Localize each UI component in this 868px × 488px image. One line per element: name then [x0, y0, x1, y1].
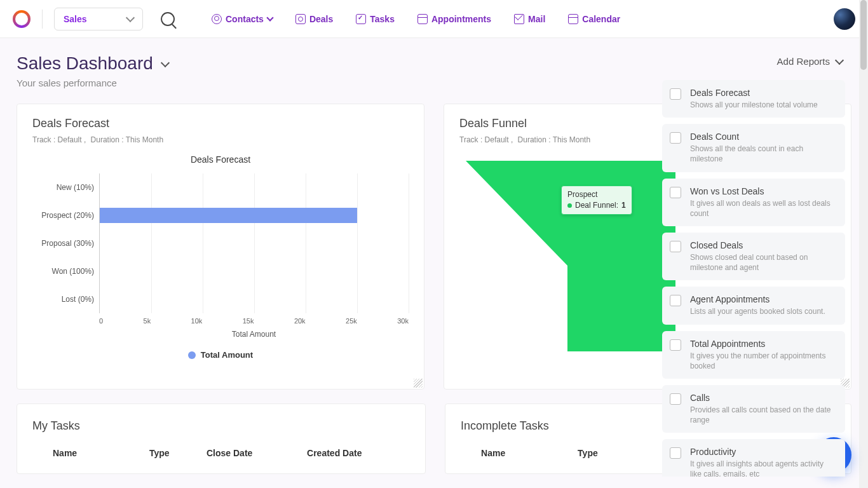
module-selector-label: Sales	[64, 14, 87, 24]
bar-area	[99, 285, 409, 313]
report-title: Won vs Lost Deals	[690, 186, 836, 196]
forecast-chart: Deals Forecast New (10%)Prospect (20%)Pr…	[32, 154, 409, 366]
chart-row: Lost (0%)	[32, 285, 409, 313]
mail-icon	[514, 14, 524, 24]
divider	[42, 10, 43, 29]
table-header: Name Type Close Date Created Date	[32, 448, 410, 458]
nav-label: Calendar	[582, 14, 620, 24]
x-tick-label: 30k	[397, 317, 409, 325]
user-avatar[interactable]	[834, 8, 855, 30]
chart-row: Won (100%)	[32, 257, 409, 285]
report-option[interactable]: Total AppointmentsIt gives you the numbe…	[662, 331, 845, 379]
page-title-text: Sales Dashboard	[17, 53, 153, 74]
report-desc: Lists all your agents booked slots count…	[690, 306, 836, 316]
contacts-icon	[212, 14, 222, 24]
report-desc: It gives you the number of appointments …	[690, 351, 836, 371]
checkbox[interactable]	[670, 339, 681, 351]
card-sub-duration: Duration : This Month	[518, 135, 591, 144]
checkbox[interactable]	[670, 447, 681, 459]
card-sub-track: Track : Default ,	[459, 135, 513, 144]
report-option[interactable]: CallsProvides all calls count based on t…	[662, 385, 845, 433]
bar-area	[99, 201, 409, 229]
checkbox[interactable]	[670, 132, 681, 144]
checkbox[interactable]	[670, 187, 681, 198]
appointments-icon	[417, 14, 428, 24]
card-sub-track: Track : Default ,	[32, 135, 86, 144]
report-title: Agent Appointments	[690, 294, 836, 304]
funnel-tooltip: Prospect Deal Funnel: 1	[561, 186, 632, 215]
bar-area	[99, 229, 409, 257]
add-reports-dropdown: Deals ForecastShows all your milestone t…	[658, 76, 849, 477]
tooltip-stage: Prospect	[567, 189, 626, 200]
chart-legend: Total Amount	[32, 350, 409, 360]
report-title: Deals Count	[690, 132, 836, 142]
report-option[interactable]: Closed DealsShows closed deal count base…	[662, 233, 845, 280]
checkbox[interactable]	[670, 88, 681, 100]
report-option[interactable]: Agent AppointmentsLists all your agents …	[662, 287, 845, 324]
report-title: Productivity	[690, 447, 836, 457]
chevron-down-icon[interactable]	[161, 58, 170, 67]
report-title: Calls	[690, 393, 836, 403]
x-tick-label: 0	[99, 317, 103, 325]
x-tick-label: 15k	[243, 317, 254, 325]
nav-label: Appointments	[431, 14, 491, 24]
search-icon[interactable]	[161, 12, 175, 26]
chevron-down-icon	[835, 56, 844, 65]
nav-mail[interactable]: Mail	[514, 14, 545, 24]
card-title: My Tasks	[32, 419, 410, 433]
main-nav: Contacts Deals Tasks Appointments Mail C…	[212, 14, 620, 24]
x-tick-label: 25k	[346, 317, 357, 325]
x-tick-label: 20k	[294, 317, 306, 325]
report-title: Deals Forecast	[690, 88, 836, 98]
page-body: Sales Dashboard Your sales performance A…	[0, 38, 868, 488]
nav-deals[interactable]: Deals	[295, 14, 333, 24]
chart-row: New (10%)	[32, 173, 409, 201]
chart-title: Deals Forecast	[32, 154, 409, 165]
col-close-date: Close Date	[207, 448, 307, 458]
top-bar: Sales Contacts Deals Tasks Appointments …	[0, 0, 868, 38]
col-type: Type	[149, 448, 207, 458]
card-subtitle: Track : Default , Duration : This Month	[32, 135, 409, 144]
y-tick-label: Prospect (20%)	[32, 211, 99, 220]
add-reports-label: Add Reports	[777, 56, 830, 67]
app-logo[interactable]	[13, 10, 31, 28]
report-desc: It gives all insights about agents activ…	[690, 459, 836, 477]
report-option[interactable]: Deals ForecastShows all your milestone t…	[662, 80, 845, 118]
y-tick-label: Won (100%)	[32, 267, 99, 276]
report-desc: Shows all your milestone total volume	[690, 100, 836, 110]
x-axis-label: Total Amount	[99, 330, 409, 339]
checkbox[interactable]	[670, 393, 681, 405]
report-option[interactable]: ProductivityIt gives all insights about …	[662, 439, 845, 477]
y-tick-label: Lost (0%)	[32, 295, 99, 304]
add-reports-button[interactable]: Add Reports	[777, 56, 843, 67]
checkbox[interactable]	[670, 241, 681, 252]
y-tick-label: Proposal (30%)	[32, 239, 99, 248]
tooltip-dot-icon	[567, 203, 572, 208]
checkbox[interactable]	[670, 295, 681, 306]
module-selector[interactable]: Sales	[54, 8, 143, 30]
nav-contacts[interactable]: Contacts	[212, 14, 273, 24]
deals-icon	[295, 14, 306, 24]
x-tick-label: 10k	[191, 317, 203, 325]
legend-label: Total Amount	[201, 350, 253, 360]
y-tick-label: New (10%)	[32, 183, 99, 192]
report-option[interactable]: Won vs Lost DealsIt gives all won deals …	[662, 179, 845, 226]
report-desc: Shows closed deal count based on milesto…	[690, 252, 836, 273]
tasks-icon	[356, 14, 366, 24]
nav-tasks[interactable]: Tasks	[356, 14, 395, 24]
card-sub-duration: Duration : This Month	[91, 135, 164, 144]
resize-handle[interactable]	[414, 379, 423, 388]
chevron-down-icon	[266, 14, 273, 21]
nav-calendar[interactable]: Calendar	[568, 14, 620, 24]
nav-appointments[interactable]: Appointments	[417, 14, 491, 24]
col-name: Name	[35, 448, 149, 458]
chevron-down-icon	[126, 13, 135, 22]
report-desc: Provides all calls count based on the da…	[690, 405, 836, 425]
nav-label: Tasks	[370, 14, 395, 24]
x-tick-label: 5k	[144, 317, 151, 325]
tooltip-value: 1	[621, 200, 626, 211]
col-type: Type	[578, 448, 635, 458]
col-name: Name	[463, 448, 578, 458]
report-option[interactable]: Deals CountShows all the deals count in …	[662, 124, 845, 172]
bar[interactable]	[100, 208, 357, 223]
